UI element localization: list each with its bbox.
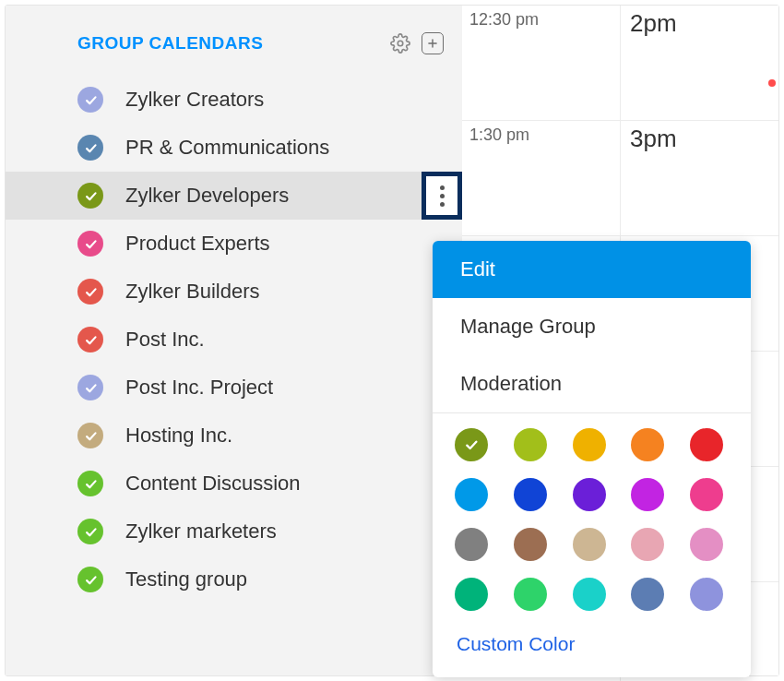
time-label-small: 1:30 pm xyxy=(469,125,529,145)
checkmark-icon[interactable] xyxy=(77,519,103,544)
checkmark-icon[interactable] xyxy=(77,279,103,305)
color-swatch[interactable] xyxy=(455,578,488,611)
sidebar-title: GROUP CALENDARS xyxy=(77,33,388,54)
calendar-item-label: Zylker Builders xyxy=(125,280,444,304)
header-icons xyxy=(388,31,444,55)
calendar-item-label: Zylker Creators xyxy=(125,88,444,112)
calendar-item[interactable]: PR & Communications xyxy=(6,124,462,172)
calendar-item-label: Hosting Inc. xyxy=(125,424,444,448)
color-swatch[interactable] xyxy=(514,528,547,561)
calendar-item[interactable]: Hosting Inc. xyxy=(6,412,462,460)
calendar-item[interactable]: Testing group xyxy=(6,556,462,603)
color-swatch[interactable] xyxy=(573,528,606,561)
calendar-item[interactable]: Product Experts xyxy=(6,220,462,268)
current-time-indicator xyxy=(768,79,776,87)
checkmark-icon[interactable] xyxy=(77,231,103,257)
calendar-item[interactable]: Zylker Builders xyxy=(6,268,462,316)
color-grid xyxy=(455,428,729,611)
checkmark-icon[interactable] xyxy=(77,567,103,592)
app-container: GROUP CALENDARS Zylker CreatorsPR & Comm… xyxy=(5,5,779,676)
color-swatch[interactable] xyxy=(631,428,664,461)
color-swatch[interactable] xyxy=(573,478,606,511)
menu-item-edit[interactable]: Edit xyxy=(433,241,751,298)
gear-icon[interactable] xyxy=(388,31,412,55)
calendar-item[interactable]: Zylker Developers xyxy=(6,172,462,220)
color-swatch[interactable] xyxy=(514,578,547,611)
time-cell[interactable]: 2pm xyxy=(621,6,778,120)
calendar-item[interactable]: Zylker marketers xyxy=(6,508,462,556)
time-cell[interactable]: 12:30 pm xyxy=(462,6,621,120)
color-swatch[interactable] xyxy=(631,528,664,561)
color-swatch[interactable] xyxy=(573,428,606,461)
time-row: 1:30 pm3pm xyxy=(462,121,778,236)
calendar-item-label: Product Experts xyxy=(125,232,444,256)
time-label-large: 2pm xyxy=(630,9,677,38)
calendar-item[interactable]: Post Inc. Project xyxy=(6,364,462,412)
checkmark-icon[interactable] xyxy=(77,471,103,496)
color-swatch[interactable] xyxy=(514,428,547,461)
calendar-item-label: Testing group xyxy=(125,568,444,591)
custom-color-link[interactable]: Custom Color xyxy=(455,629,729,659)
color-swatch[interactable] xyxy=(455,428,488,461)
color-swatch[interactable] xyxy=(690,528,723,561)
more-vertical-icon xyxy=(440,185,445,207)
checkmark-icon[interactable] xyxy=(77,135,103,161)
calendar-item-label: Zylker Developers xyxy=(125,184,444,208)
calendar-item[interactable]: Post Inc. xyxy=(6,316,462,364)
calendar-item-label: Content Discussion xyxy=(125,472,444,496)
more-options-button[interactable] xyxy=(422,172,462,220)
color-swatch[interactable] xyxy=(455,528,488,561)
color-section: Custom Color xyxy=(433,413,751,677)
context-menu: EditManage GroupModeration Custom Color xyxy=(433,241,751,677)
checkmark-icon[interactable] xyxy=(77,183,103,209)
color-swatch[interactable] xyxy=(631,578,664,611)
calendar-item-label: PR & Communications xyxy=(125,136,444,160)
sidebar-header: GROUP CALENDARS xyxy=(6,22,462,76)
checkmark-icon[interactable] xyxy=(77,375,103,400)
calendar-item[interactable]: Content Discussion xyxy=(6,460,462,508)
calendar-item-label: Zylker marketers xyxy=(125,520,444,544)
time-row: 12:30 pm2pm xyxy=(462,6,778,121)
menu-item-manage-group[interactable]: Manage Group xyxy=(433,298,751,355)
time-label-small: 12:30 pm xyxy=(469,10,539,30)
checkmark-icon[interactable] xyxy=(77,87,103,113)
menu-item-moderation[interactable]: Moderation xyxy=(433,355,751,412)
color-swatch[interactable] xyxy=(514,478,547,511)
time-cell[interactable]: 1:30 pm xyxy=(462,121,621,235)
calendar-item-label: Post Inc. Project xyxy=(125,376,444,400)
checkmark-icon[interactable] xyxy=(77,423,103,448)
color-swatch[interactable] xyxy=(690,428,723,461)
color-swatch[interactable] xyxy=(690,478,723,511)
calendar-item[interactable]: Zylker Creators xyxy=(6,76,462,124)
add-calendar-button[interactable] xyxy=(422,32,444,54)
calendar-item-label: Post Inc. xyxy=(125,328,444,352)
color-swatch[interactable] xyxy=(690,578,723,611)
color-swatch[interactable] xyxy=(631,478,664,511)
time-cell[interactable]: 3pm xyxy=(621,121,778,235)
time-label-large: 3pm xyxy=(630,125,677,153)
checkmark-icon[interactable] xyxy=(77,327,103,352)
sidebar: GROUP CALENDARS Zylker CreatorsPR & Comm… xyxy=(6,6,462,675)
color-swatch[interactable] xyxy=(573,578,606,611)
calendar-list: Zylker CreatorsPR & CommunicationsZylker… xyxy=(6,76,462,603)
color-swatch[interactable] xyxy=(455,478,488,511)
svg-point-0 xyxy=(398,41,403,46)
